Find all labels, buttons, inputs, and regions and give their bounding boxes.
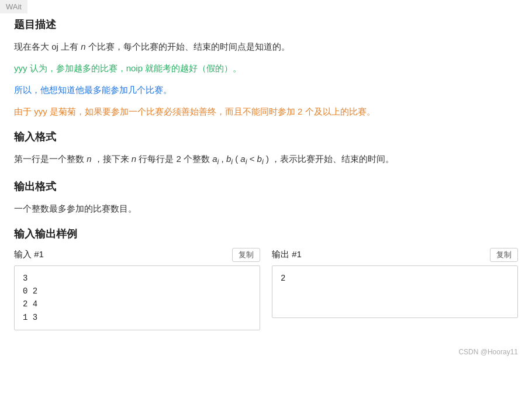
input-box: 3 0 2 2 4 1 3: [14, 265, 260, 331]
watermark: CSDN @Hooray11: [14, 348, 518, 356]
problem-title: 题目描述: [14, 18, 518, 32]
tab-hint: WAit: [0, 0, 27, 13]
input-format-section: 输入格式 第一行是一个整数 n ，接下来 n 行每行是 2 个整数 ai , b…: [14, 130, 518, 169]
output-box: 2: [272, 265, 518, 318]
examples-section: 输入输出样例 输入 #1 复制 3 0 2 2 4 1 3 输出 #1 复制: [14, 227, 518, 331]
problem-description-section: 题目描述 现在各大 oj 上有 n 个比赛，每个比赛的开始、结束的时间点是知道的…: [14, 18, 518, 119]
examples-title: 输入输出样例: [14, 227, 518, 241]
desc-line2: yyy 认为，参加越多的比赛，noip 就能考的越好（假的）。: [14, 60, 518, 76]
output-format-line: 一个整数最多参加的比赛数目。: [14, 201, 518, 216]
input-header: 输入 #1 复制: [14, 248, 260, 262]
input-label: 输入 #1: [14, 249, 44, 260]
desc-line4: 由于 yyy 是菊菊，如果要参加一个比赛必须善始善终，而且不能同时参加 2 个及…: [14, 103, 518, 119]
output-label: 输出 #1: [272, 249, 302, 260]
output-header: 输出 #1 复制: [272, 248, 518, 262]
output-copy-button[interactable]: 复制: [490, 248, 518, 262]
output-block: 输出 #1 复制 2: [272, 248, 518, 318]
output-format-section: 输出格式 一个整数最多参加的比赛数目。: [14, 179, 518, 216]
desc-line3: 所以，他想知道他最多能参加几个比赛。: [14, 82, 518, 98]
desc-line1: 现在各大 oj 上有 n 个比赛，每个比赛的开始、结束的时间点是知道的。: [14, 39, 518, 54]
input-format-title: 输入格式: [14, 130, 518, 144]
input-format-line: 第一行是一个整数 n ，接下来 n 行每行是 2 个整数 ai , bi ( a…: [14, 151, 518, 169]
input-block: 输入 #1 复制 3 0 2 2 4 1 3: [14, 248, 260, 331]
input-copy-button[interactable]: 复制: [232, 248, 260, 262]
io-row: 输入 #1 复制 3 0 2 2 4 1 3 输出 #1 复制 2: [14, 248, 518, 331]
output-format-title: 输出格式: [14, 179, 518, 194]
tab-label: WAit: [6, 2, 22, 11]
